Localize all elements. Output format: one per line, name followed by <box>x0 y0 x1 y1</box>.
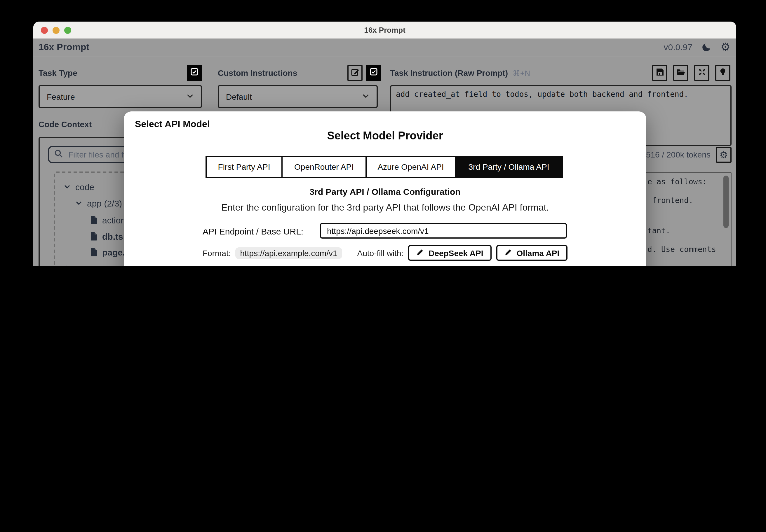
settings-gear-icon: ⚙ <box>720 150 728 160</box>
select-api-model-dialog: Select API Model Select Model Provider F… <box>124 111 646 266</box>
task-type-label: Task Type <box>39 65 77 81</box>
screen: 16x Prompt 16x Prompt v0.0.97 ⚙ Task Typ… <box>0 0 766 266</box>
task-instruction-label: Task Instruction (Raw Prompt) ⌘+N <box>390 65 530 81</box>
token-settings-button[interactable]: ⚙ <box>716 147 732 163</box>
edit-custom-instructions-button[interactable] <box>347 65 363 81</box>
tab-3rd-party-ollama-api[interactable]: 3rd Party / Ollama API <box>456 157 562 177</box>
task-type-select[interactable]: Feature <box>39 85 202 108</box>
chevron-down-icon <box>75 199 82 207</box>
dialog-title: Select API Model <box>135 119 210 129</box>
save-prompt-button[interactable] <box>652 65 667 81</box>
chevron-down-icon <box>186 92 194 101</box>
app-header: 16x Prompt v0.0.97 ⚙ <box>33 39 736 57</box>
pencil-icon <box>504 248 512 258</box>
titlebar: 16x Prompt <box>33 22 736 39</box>
app-version: v0.0.97 <box>664 42 693 52</box>
file-icon <box>90 247 97 257</box>
autofill-ollama-button[interactable]: Ollama API <box>496 245 568 261</box>
open-prompt-button[interactable] <box>673 65 688 81</box>
window-title: 16x Prompt <box>33 22 736 39</box>
pencil-icon <box>416 248 424 258</box>
custom-instructions-checkbox-button[interactable] <box>366 65 381 81</box>
preview-line: e as follows: <box>648 177 707 186</box>
format-example-chip: https://api.example.com/v1 <box>235 247 342 259</box>
provider-heading: Select Model Provider <box>124 129 646 142</box>
scrollbar-thumb[interactable] <box>723 176 729 228</box>
checkbox-checked-icon <box>190 68 199 78</box>
app-name: 16x Prompt <box>39 42 89 53</box>
dark-mode-moon-icon[interactable] <box>701 41 712 53</box>
endpoint-input[interactable] <box>320 223 567 239</box>
config-section-title: 3rd Party API / Ollama Configuration <box>124 187 646 197</box>
app-window: 16x Prompt 16x Prompt v0.0.97 ⚙ Task Typ… <box>33 22 736 266</box>
code-context-label: Code Context <box>39 120 92 129</box>
file-icon <box>90 215 97 225</box>
lightbulb-icon <box>719 67 727 78</box>
task-type-checkbox-button[interactable] <box>187 65 202 81</box>
tree-item-prompt[interactable]: prompt <box>64 261 102 266</box>
format-row: Format: https://api.example.com/v1 Auto-… <box>203 245 567 261</box>
folder-open-icon <box>676 67 685 78</box>
save-icon <box>655 67 664 78</box>
custom-instructions-label: Custom Instructions <box>218 65 297 81</box>
settings-gear-icon[interactable]: ⚙ <box>720 41 731 53</box>
file-icon <box>90 232 97 241</box>
custom-instructions-value: Default <box>226 92 252 101</box>
tree-item-db-ts[interactable]: db.ts <box>90 229 123 243</box>
tree-item-app[interactable]: app (2/3) <box>75 196 122 210</box>
lightbulb-button[interactable] <box>715 65 730 81</box>
chevron-right-icon <box>64 265 71 266</box>
tree-item-code[interactable]: code <box>64 180 94 194</box>
expand-arrows-icon <box>697 67 706 78</box>
checkbox-checked-icon <box>370 68 378 78</box>
tab-openrouter-api[interactable]: OpenRouter API <box>283 157 367 177</box>
task-type-value: Feature <box>47 92 75 101</box>
chevron-down-icon <box>362 92 370 101</box>
task-instruction-shortcut: ⌘+N <box>512 69 530 77</box>
format-label: Format: <box>203 248 231 258</box>
endpoint-label: API Endpoint / Base URL: <box>203 226 303 236</box>
custom-instructions-select[interactable]: Default <box>218 85 378 108</box>
config-section-description: Enter the configuration for the 3rd part… <box>124 202 646 213</box>
preview-line: tant. <box>648 226 670 235</box>
search-icon <box>54 149 63 160</box>
app-content: 16x Prompt v0.0.97 ⚙ Task Type <box>33 39 736 266</box>
expand-fullscreen-button[interactable] <box>694 65 709 81</box>
task-instruction-text: add created_at field to todos, update bo… <box>396 90 688 99</box>
provider-tabs: First Party API OpenRouter API Azure Ope… <box>206 156 563 178</box>
chevron-down-icon <box>64 183 71 190</box>
token-count: 516 / 200k tokens <box>646 150 711 159</box>
tab-first-party-api[interactable]: First Party API <box>207 157 283 177</box>
autofill-deepseek-button[interactable]: DeepSeek API <box>408 245 491 261</box>
tab-azure-openai-api[interactable]: Azure OpenAI API <box>367 157 456 177</box>
autofill-label: Auto-fill with: <box>357 248 404 258</box>
edit-pencil-square-icon <box>351 67 359 78</box>
preview-line: d. Use comments <box>648 245 716 254</box>
preview-line: frontend. <box>648 196 693 205</box>
